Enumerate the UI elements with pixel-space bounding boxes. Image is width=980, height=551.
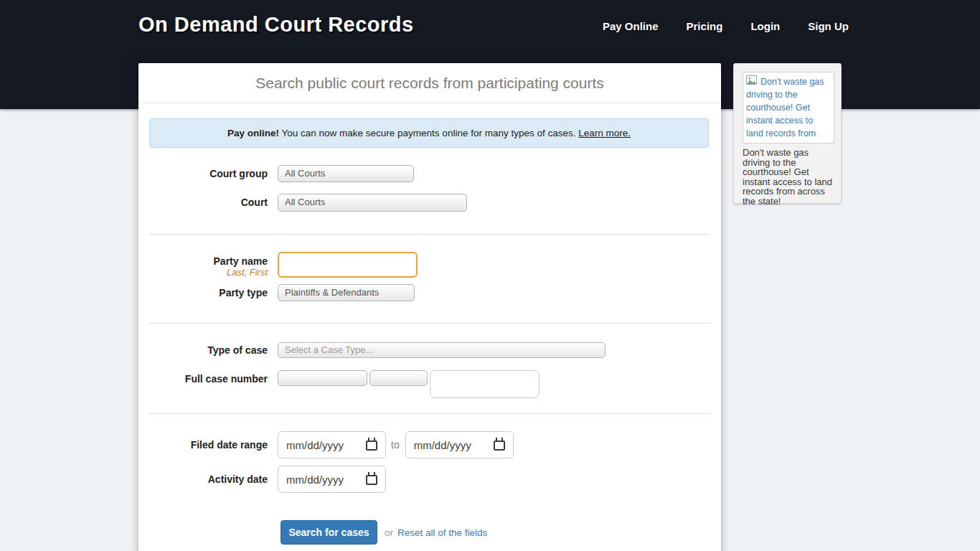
court-select[interactable]: All Courts: [278, 194, 467, 212]
page-title: Search public court records from partici…: [255, 75, 604, 92]
filed-date-to-input[interactable]: mm/dd/yyyy: [405, 431, 514, 458]
activity-date-row: Activity date mm/dd/yyyy: [138, 466, 386, 493]
case-number-part1-input[interactable]: [278, 370, 367, 386]
banner-message: You can now make secure payments online …: [279, 128, 578, 138]
case-type-label: Type of case: [138, 342, 268, 358]
court-label: Court: [138, 194, 268, 212]
calendar-icon[interactable]: [366, 475, 377, 485]
party-name-row: Party name Last, First: [138, 252, 418, 278]
party-type-select[interactable]: Plaintiffs & Defendants: [278, 284, 415, 301]
ad-broken-image-link[interactable]: Don't waste gas driving to the courthous…: [743, 72, 834, 143]
section-divider: [149, 323, 710, 324]
filed-date-row: Filed date range mm/dd/yyyy to mm/dd/yyy…: [138, 431, 514, 458]
section-divider: [149, 234, 710, 235]
ad-caption-text: Don't waste gas driving to the courthous…: [743, 148, 837, 207]
case-number-row: Full case number: [138, 370, 540, 398]
nav-login[interactable]: Login: [750, 20, 780, 32]
reset-fields-link[interactable]: Reset all of the fields: [397, 527, 487, 538]
party-type-row: Party type Plaintiffs & Defendants: [138, 284, 415, 301]
activity-date-placeholder: mm/dd/yyyy: [286, 474, 344, 486]
learn-more-link[interactable]: Learn more.: [578, 128, 631, 138]
filed-date-to-placeholder: mm/dd/yyyy: [414, 439, 471, 451]
filed-date-from-placeholder: mm/dd/yyyy: [286, 439, 344, 451]
date-range-joiner: to: [391, 439, 400, 451]
search-for-cases-button[interactable]: Search for cases: [281, 520, 377, 545]
party-name-label-group: Party name Last, First: [138, 252, 268, 278]
nav-sign-up[interactable]: Sign Up: [808, 20, 849, 32]
top-nav: Pay Online Pricing Login Sign Up: [603, 20, 849, 32]
actions-separator: or: [385, 527, 393, 538]
case-number-part2-input[interactable]: [369, 370, 428, 386]
sidebar-ad-widget: Don't waste gas driving to the courthous…: [733, 63, 842, 204]
site-brand: On Demand Court Records: [138, 13, 414, 37]
banner-bold-text: Pay online!: [227, 128, 279, 138]
pay-online-banner: Pay online! You can now make secure paym…: [149, 118, 709, 148]
activity-date-label: Activity date: [138, 466, 268, 493]
case-type-row: Type of case Select a Case Type...: [138, 342, 606, 358]
court-row: Court All Courts: [138, 194, 467, 212]
broken-image-icon: [746, 75, 758, 85]
nav-pricing[interactable]: Pricing: [687, 20, 723, 32]
activity-date-input[interactable]: mm/dd/yyyy: [278, 466, 386, 493]
party-type-label: Party type: [138, 284, 268, 301]
court-group-row: Court group All Courts: [138, 165, 414, 182]
party-name-label: Party name: [138, 255, 268, 267]
actions-label-spacer: [138, 520, 268, 545]
case-number-part3-input[interactable]: [430, 370, 540, 398]
ad-image-alt-text: Don't waste gas driving to the courthous…: [746, 77, 824, 143]
actions-row: Search for cases or Reset all of the fie…: [138, 520, 487, 545]
case-type-select[interactable]: Select a Case Type...: [278, 342, 606, 358]
calendar-icon[interactable]: [366, 441, 377, 451]
party-name-input[interactable]: [278, 252, 418, 278]
filed-date-label: Filed date range: [138, 431, 268, 458]
court-group-label: Court group: [138, 165, 268, 182]
party-name-hint: Last, First: [138, 267, 268, 278]
calendar-icon[interactable]: [494, 441, 505, 451]
search-panel: Search public court records from partici…: [138, 63, 721, 551]
nav-pay-online[interactable]: Pay Online: [603, 20, 659, 32]
case-number-label: Full case number: [138, 370, 268, 398]
section-divider: [149, 413, 710, 414]
search-panel-header: Search public court records from partici…: [138, 63, 721, 103]
filed-date-from-input[interactable]: mm/dd/yyyy: [278, 431, 386, 458]
court-group-select[interactable]: All Courts: [278, 165, 414, 182]
